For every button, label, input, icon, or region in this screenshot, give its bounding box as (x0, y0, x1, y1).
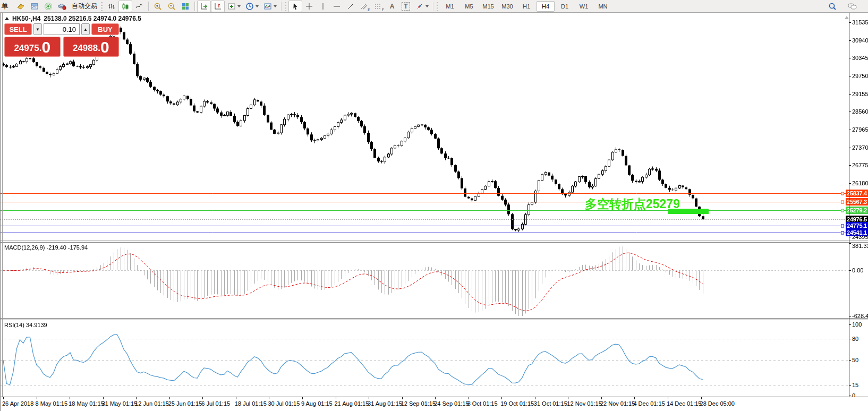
time-axis-label: 12 Nov 01:15 (567, 400, 601, 407)
time-axis-tick (302, 397, 303, 399)
toolbar-grip[interactable] (437, 2, 438, 11)
text-label-tool-icon[interactable]: T (399, 1, 413, 12)
label-tool-label: T (402, 2, 410, 11)
tf-m15-button[interactable]: M15 (479, 1, 497, 12)
price-tick-label: 31535.5 (852, 19, 868, 25)
time-axis-label: 22 Nov 01:15 (600, 400, 635, 407)
tf-w1-button[interactable]: W1 (575, 1, 593, 12)
volume-up-button[interactable]: ▲ (81, 23, 90, 35)
macd-canvas[interactable] (0, 243, 849, 318)
wallet-icon[interactable] (14, 1, 28, 12)
time-axis-label: 30 Jul 01:15 (268, 400, 300, 407)
time-axis-tick (336, 397, 336, 399)
volume-down-button[interactable]: ▼ (33, 23, 42, 35)
zoom-out-icon[interactable] (165, 1, 178, 12)
indicators-button[interactable] (225, 1, 243, 12)
tf-m30-button[interactable]: M30 (498, 1, 516, 12)
bar-chart-icon[interactable] (105, 1, 118, 12)
toolbar-grip[interactable] (101, 2, 103, 11)
toolbar: 单 自动交易 (0, 0, 868, 13)
symbol-period-label: HK50-,H4 (12, 15, 40, 22)
chevron-down-icon (274, 5, 277, 7)
highlight-rectangle[interactable] (668, 209, 709, 214)
time-axis-label: 18 May 01:15 (69, 400, 104, 407)
candlestick-chart-icon[interactable] (118, 1, 132, 12)
price-tick-label: 26180.5 (852, 180, 868, 186)
price-tick-label: 30940.5 (852, 37, 868, 44)
time-axis-tick (3, 397, 4, 399)
equidistant-channel-icon[interactable]: E (358, 1, 371, 12)
time-axis-label: 21 Aug 01:15 (335, 400, 369, 407)
time-axis-label: 12 Sep 01:15 (401, 400, 436, 407)
trendline-icon[interactable] (344, 1, 358, 12)
chart-shift-icon[interactable] (211, 1, 225, 12)
main-chart-panel: HK50-,H4 25138.0 25216.5 24974.0 24976.5… (0, 13, 868, 241)
time-axis-label: 12 Jun 01:15 (135, 400, 169, 407)
toolbar-grip[interactable] (285, 2, 286, 11)
chevron-down-icon (256, 5, 259, 7)
autotrading-label: 自动交易 (70, 2, 99, 11)
collapse-panel-icon[interactable] (5, 17, 9, 20)
signal-icon[interactable] (41, 1, 55, 12)
text-tool-icon[interactable]: A (385, 1, 399, 12)
buy-price-panel[interactable]: 24988.0 (63, 37, 120, 57)
rsi-label: RSI(14) 34.9139 (4, 322, 47, 328)
search-icon[interactable] (826, 1, 839, 12)
time-axis-tick (202, 397, 203, 399)
tf-h1-button[interactable]: H1 (517, 1, 535, 12)
new-order-button[interactable]: 单 (0, 1, 14, 12)
time-axis-tick (701, 397, 702, 399)
cursor-icon[interactable] (288, 1, 302, 12)
vertical-line-icon[interactable] (316, 1, 330, 12)
price-tick-label: 28560.5 (852, 108, 868, 115)
buy-button[interactable]: BUY (91, 23, 119, 35)
tf-d1-button[interactable]: D1 (556, 1, 574, 12)
tf-m5-button[interactable]: M5 (460, 1, 478, 12)
tf-mn-button[interactable]: MN (594, 1, 612, 12)
tf-h4-button[interactable]: H4 (537, 1, 555, 12)
rsi-panel: RSI(14) 34.9139 1008050150 (0, 320, 868, 397)
time-axis[interactable]: 26 Apr 20188 May 01:1518 May 01:1531 May… (0, 397, 868, 411)
time-axis-label: 19 Oct 01:15 (500, 400, 534, 407)
rsi-canvas[interactable] (0, 320, 849, 397)
sell-button[interactable]: SELL (4, 23, 32, 35)
time-axis-tick (568, 397, 568, 399)
macd-label: MACD(12,26,9) -219.40 -175.94 (4, 244, 88, 251)
arrows-tool-button[interactable] (413, 1, 431, 12)
tile-windows-icon[interactable] (178, 1, 192, 12)
chat-icon[interactable] (846, 1, 860, 12)
toolbar-separator (148, 2, 149, 11)
time-axis-tick (601, 397, 602, 399)
sell-price-panel[interactable]: 24975.0 (4, 37, 61, 57)
horizontal-line-icon[interactable] (330, 1, 344, 12)
chart-window-icon[interactable] (28, 1, 41, 12)
time-axis-tick (169, 397, 170, 399)
templates-button[interactable] (261, 1, 279, 12)
buy-price-pip: 0 (100, 39, 109, 55)
zoom-in-icon[interactable] (151, 1, 165, 12)
time-axis-tick (70, 397, 70, 399)
periods-button[interactable] (243, 1, 261, 12)
ohlc-label: 25138.0 25216.5 24974.0 24976.5 (44, 15, 141, 22)
time-axis-tick (103, 397, 104, 399)
pivot-annotation-text[interactable]: 多空转折点25279 (585, 196, 680, 212)
autotrading-button[interactable]: 自动交易 (69, 1, 100, 12)
price-scale-arrow-icon (845, 16, 849, 19)
tf-m1-button[interactable]: M1 (441, 1, 459, 12)
time-axis-label: 31 Aug 01:15 (368, 400, 402, 407)
time-axis-label: 24 Sep 01:15 (434, 400, 469, 407)
time-axis-tick (469, 397, 469, 399)
rsi-tick-label: 50 (852, 357, 858, 363)
time-axis-tick (369, 397, 369, 399)
price-chart-canvas[interactable] (0, 13, 849, 241)
autotrading-icon[interactable] (55, 1, 69, 12)
line-chart-icon[interactable] (132, 1, 146, 12)
time-axis-label: 9 Aug 01:15 (301, 400, 333, 407)
time-axis-label: 25 Jun 01:15 (168, 400, 202, 407)
buy-price-main: 24988 (73, 41, 98, 55)
fibonacci-icon[interactable]: F (371, 1, 385, 12)
volume-input[interactable] (44, 23, 80, 35)
price-scale-border[interactable] (849, 13, 849, 397)
crosshair-icon[interactable] (302, 1, 316, 12)
autoscroll-icon[interactable] (197, 1, 211, 12)
